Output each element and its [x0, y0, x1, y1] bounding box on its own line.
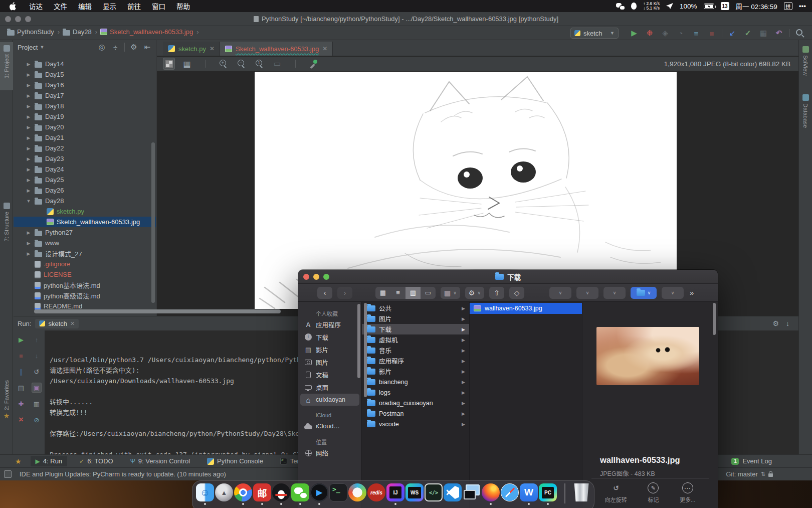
sidebar-item[interactable]: 图片	[300, 356, 359, 368]
tree-item[interactable]: ▶ Day25	[14, 175, 156, 185]
tree-expand-arrow[interactable]: ▶	[26, 241, 32, 246]
tree-expand-arrow[interactable]: ▶	[26, 72, 32, 77]
console-action-clear[interactable]	[32, 415, 42, 425]
tree-expand-arrow[interactable]: ▼	[26, 199, 32, 204]
toolbar-rollback[interactable]	[773, 28, 784, 39]
tree-expand-arrow[interactable]: ▶	[26, 93, 32, 98]
toolbar-run-with-coverage[interactable]	[691, 28, 702, 39]
dock-item-remote-desktop[interactable]	[463, 483, 481, 505]
tool-window-tab[interactable]: Python Console	[202, 456, 268, 466]
dock-item-redis[interactable]	[367, 483, 385, 505]
dock-item-mail[interactable]	[253, 483, 271, 505]
more-status-icon[interactable]: •••	[799, 3, 806, 10]
image-thumbnail[interactable]	[596, 327, 699, 385]
project-action-collapse[interactable]	[111, 43, 120, 52]
toolbar-dropdown-1[interactable]	[549, 287, 571, 299]
clock[interactable]: 周一 02:36:59	[736, 1, 777, 11]
run-settings-icon[interactable]	[772, 319, 779, 327]
toolbar-update-project[interactable]	[727, 28, 738, 39]
share-button[interactable]	[489, 287, 504, 299]
image-tool[interactable]	[307, 58, 319, 70]
dock-item-wechat[interactable]	[291, 483, 309, 505]
tree-item[interactable]: python高级语法.md	[14, 290, 156, 301]
tree-item[interactable]: ▶ 设计模式_27	[14, 248, 156, 259]
sidebar-item[interactable]: 应用程序	[300, 318, 359, 330]
run-action-stop[interactable]	[16, 351, 26, 361]
sidebar-item[interactable]: 下载	[300, 331, 359, 343]
console-action-snapshot[interactable]	[32, 383, 42, 393]
view-option[interactable]	[375, 287, 390, 299]
menu-item[interactable]: 显示	[97, 1, 122, 11]
favorites-star-icon[interactable]: ★	[15, 457, 22, 465]
tool-window-tab[interactable]: 9: Version Control	[125, 456, 195, 466]
toolbar-dropdown-4[interactable]	[662, 287, 684, 299]
run-action-console[interactable]	[16, 383, 26, 393]
dock-item-chrome[interactable]	[234, 483, 252, 505]
dock-item-navicat[interactable]	[348, 483, 366, 505]
quick-folder-dropdown[interactable]	[631, 287, 657, 299]
input-method-icon[interactable]: 拼	[784, 2, 792, 10]
tree-item[interactable]: python基本语法.md	[14, 280, 156, 290]
menu-item[interactable]: 编辑	[73, 1, 97, 11]
dock-item-idea[interactable]	[386, 483, 404, 505]
dock-item-safari[interactable]	[501, 483, 519, 505]
sidebar-scrollbar[interactable]	[357, 304, 360, 378]
tree-item[interactable]: ▶ Day15	[14, 69, 156, 80]
toolbar-search[interactable]	[794, 28, 805, 39]
folder-row[interactable]: 音乐	[362, 345, 469, 356]
tree-item[interactable]: Sketch_wallhaven-60533.jpg	[14, 217, 156, 227]
folder-row[interactable]: 公共	[362, 303, 469, 313]
toolbar-dropdown-3[interactable]	[603, 287, 626, 299]
breadcrumb-item[interactable]: Sketch_wallhaven-60533.jpg ›	[100, 28, 200, 36]
toolbar-dropdown-2[interactable]	[576, 287, 598, 299]
column-scrollbar[interactable]	[364, 303, 367, 397]
preview-scrollbar[interactable]	[713, 303, 716, 335]
editor-tab[interactable]: Sketch_wallhaven-60533.jpg ✕	[220, 42, 333, 56]
preview-action-button[interactable]: 向左旋转	[605, 482, 627, 503]
tree-item[interactable]: ▶ Day19	[14, 111, 156, 122]
sidebar-item[interactable]: iCloud…	[300, 420, 359, 432]
project-action-settings[interactable]	[129, 43, 138, 52]
preview-action-button[interactable]: 标记	[648, 482, 659, 503]
image-tool[interactable]	[181, 58, 193, 70]
project-vertical-scrollbar[interactable]	[151, 142, 155, 303]
toolbar-run[interactable]	[629, 28, 640, 39]
breadcrumb-item[interactable]: Day28 ›	[63, 28, 98, 36]
apple-menu-icon[interactable]	[9, 2, 17, 11]
tree-item[interactable]: ▶ Day21	[14, 132, 156, 143]
tree-expand-arrow[interactable]: ▶	[26, 135, 32, 140]
console-action-up[interactable]	[32, 334, 42, 345]
close-tab-icon[interactable]: ✕	[210, 45, 215, 52]
tree-item[interactable]: ▶ Day24	[14, 164, 156, 175]
dock-item-wps[interactable]	[520, 483, 538, 505]
event-log-button[interactable]: Event Log	[731, 457, 772, 465]
menu-item[interactable]: 访达	[24, 1, 48, 11]
tree-expand-arrow[interactable]: ▶	[26, 156, 32, 161]
wechat-status-icon[interactable]	[616, 3, 625, 10]
menu-item[interactable]: 前往	[122, 1, 146, 11]
dock-item-pycharm[interactable]	[539, 483, 557, 505]
tree-item[interactable]: ▶ Day17	[14, 90, 156, 101]
tool-window-tab[interactable]: 6: TODO	[74, 456, 118, 466]
sidebar-item[interactable]: 文稿	[300, 369, 359, 381]
console-action-restore-layout[interactable]	[32, 367, 42, 377]
project-action-sep[interactable]	[124, 43, 125, 52]
dock-item-trash[interactable]	[572, 483, 590, 505]
dock-item-launchpad[interactable]	[215, 483, 233, 505]
run-action-pin[interactable]	[16, 399, 26, 409]
tree-expand-arrow[interactable]: ▶	[26, 167, 32, 172]
tree-item[interactable]: ▶ Day14	[14, 59, 156, 69]
network-speed[interactable]: 2.6 K/s 5.1 K/s	[643, 2, 660, 11]
folder-row[interactable]: 应用程序	[362, 356, 469, 366]
forward-button[interactable]: ›	[337, 287, 352, 299]
view-option[interactable]	[390, 287, 405, 299]
close-tab-icon[interactable]: ✕	[70, 320, 75, 327]
image-tool[interactable]	[235, 58, 247, 70]
folder-row[interactable]: 图片	[362, 313, 469, 324]
folder-row[interactable]: Postman	[362, 408, 469, 419]
dock-item-player[interactable]	[310, 483, 328, 505]
sidebar-item[interactable]: 桌面	[300, 381, 359, 393]
proxy-status-icon[interactable]	[666, 3, 673, 9]
dock-item-finder[interactable]	[196, 483, 214, 505]
tool-window-button-structure[interactable]: 7: Structure	[0, 200, 13, 250]
